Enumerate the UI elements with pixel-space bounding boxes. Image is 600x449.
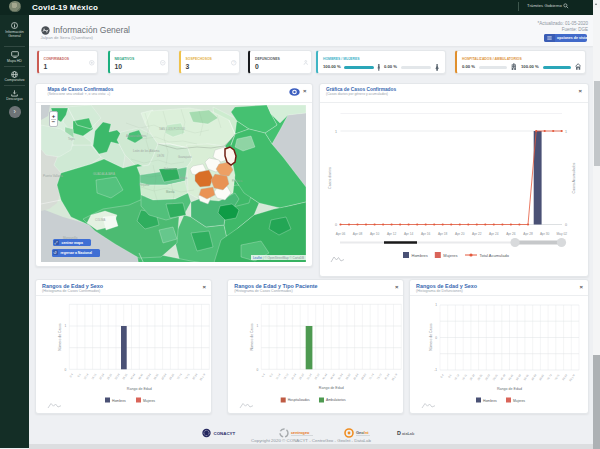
svg-text:45-49: 45-49 [507, 373, 514, 381]
svg-text:ataLab: ataLab [402, 431, 415, 435]
svg-text:Apr 22: Apr 22 [472, 232, 482, 236]
svg-text:Casos Acumulados: Casos Acumulados [572, 162, 576, 193]
svg-text:Apr 08: Apr 08 [353, 232, 363, 236]
svg-text:30-34: 30-34 [114, 372, 121, 380]
svg-text:20-24: 20-24 [469, 373, 476, 381]
svg-text:20-24: 20-24 [290, 372, 297, 380]
svg-text:SAN LUIS POTOSÍ: SAN LUIS POTOSÍ [159, 127, 185, 131]
svg-text:May 02: May 02 [556, 232, 567, 236]
svg-text:Mujeres: Mujeres [443, 252, 457, 257]
svg-text:Apr 18: Apr 18 [438, 232, 448, 236]
svg-text:Mujeres: Mujeres [513, 399, 525, 403]
svg-text:50-54: 50-54 [515, 373, 522, 381]
svg-text:León de los Aldama: León de los Aldama [133, 149, 160, 153]
svg-text:Mujeres: Mujeres [143, 399, 155, 403]
svg-text:Apr 24: Apr 24 [489, 232, 499, 236]
svg-text:Apr 14: Apr 14 [404, 232, 414, 236]
svg-text:75-79: 75-79 [376, 372, 383, 380]
svg-text:70-74: 70-74 [546, 373, 553, 381]
svg-text:0: 0 [335, 223, 337, 227]
svg-text:Apr 06: Apr 06 [336, 232, 346, 236]
svg-text:Rango de Edad: Rango de Edad [319, 386, 344, 390]
svg-text:60-64: 60-64 [353, 372, 360, 380]
svg-text:10-14: 10-14 [275, 372, 282, 380]
svg-text:CONACYT: CONACYT [214, 431, 236, 436]
svg-text:Hombres: Hombres [483, 399, 497, 403]
svg-text:80-84: 80-84 [561, 373, 568, 381]
svg-text:55-59: 55-59 [523, 373, 530, 381]
svg-text:60-64: 60-64 [160, 372, 167, 380]
svg-text:Número de Casos: Número de Casos [250, 323, 254, 351]
svg-text:Rango de Edad: Rango de Edad [127, 387, 152, 391]
svg-text:Número de Casos: Número de Casos [58, 323, 62, 351]
svg-text:Rango de Edad: Rango de Edad [497, 387, 522, 391]
svg-text:Total Acumulado: Total Acumulado [480, 252, 510, 257]
svg-text:Apr 16: Apr 16 [421, 232, 431, 236]
svg-text:35-39: 35-39 [492, 373, 499, 381]
svg-text:Apr 10: Apr 10 [370, 232, 380, 236]
svg-text:25-29: 25-29 [476, 373, 483, 381]
svg-text:35-39: 35-39 [314, 372, 321, 380]
svg-text:Apr 28: Apr 28 [523, 232, 533, 236]
svg-text:Apr 26: Apr 26 [506, 232, 516, 236]
svg-text:Pénjamo: Pénjamo [139, 183, 150, 187]
svg-text:1: 1 [565, 129, 567, 133]
svg-text:GeoInt: GeoInt [356, 430, 369, 435]
svg-text:55-59: 55-59 [345, 372, 352, 380]
svg-text:0-4: 0-4 [69, 372, 75, 378]
svg-text:-1: -1 [434, 368, 437, 372]
svg-text:Apr 12: Apr 12 [387, 232, 397, 236]
svg-text:0: 0 [65, 368, 67, 372]
svg-text:50-54: 50-54 [145, 372, 152, 380]
svg-text:Casos diarios: Casos diarios [328, 166, 332, 188]
svg-text:0: 0 [565, 223, 567, 227]
svg-text:Salamanca: Salamanca [164, 167, 178, 171]
svg-text:15-19: 15-19 [283, 372, 290, 380]
svg-text:35-39: 35-39 [121, 372, 128, 380]
svg-text:55-59: 55-59 [152, 372, 159, 380]
svg-text:80-84: 80-84 [384, 372, 391, 380]
svg-text:65-69: 65-69 [538, 373, 545, 381]
svg-text:Apr 20: Apr 20 [455, 232, 465, 236]
svg-text:10-14: 10-14 [82, 372, 89, 380]
svg-text:1: 1 [435, 303, 437, 307]
svg-text:0: 0 [257, 368, 259, 372]
svg-text:75-79: 75-79 [553, 373, 560, 381]
svg-text:1: 1 [65, 324, 67, 328]
svg-text:40-44: 40-44 [129, 372, 136, 380]
svg-text:80-84: 80-84 [191, 372, 198, 380]
svg-text:65-69: 65-69 [168, 372, 175, 380]
svg-text:Ambulatorios: Ambulatorios [326, 398, 346, 402]
svg-text:15-19: 15-19 [90, 372, 97, 380]
svg-text:1: 1 [257, 324, 259, 328]
svg-text:D: D [397, 430, 401, 436]
svg-text:10-14: 10-14 [453, 373, 460, 381]
svg-text:5-9: 5-9 [269, 372, 275, 378]
svg-text:25-29: 25-29 [298, 372, 305, 380]
svg-text:GUADALAJARA: GUADALAJARA [93, 172, 115, 176]
svg-text:60-64: 60-64 [530, 373, 537, 381]
svg-text:85 y M: 85 y M [391, 373, 399, 382]
svg-text:70-74: 70-74 [368, 372, 375, 380]
svg-text:Guanajuato: Guanajuato [178, 155, 192, 159]
svg-text:centrogeo: centrogeo [291, 431, 310, 435]
svg-text:Hombres: Hombres [412, 252, 428, 257]
svg-text:40-44: 40-44 [499, 373, 506, 381]
svg-text:Aguascalientes: Aguascalientes [126, 134, 147, 138]
svg-text:5-9: 5-9 [76, 372, 82, 378]
svg-text:Hospitalizados: Hospitalizados [288, 398, 310, 402]
svg-text:0-4: 0-4 [261, 372, 267, 378]
svg-text:Celaya: Celaya [179, 176, 188, 180]
svg-text:40-44: 40-44 [321, 372, 328, 380]
svg-text:70-74: 70-74 [176, 372, 183, 380]
svg-text:85 y M: 85 y M [568, 373, 576, 382]
svg-text:45-49: 45-49 [329, 372, 336, 380]
svg-text:30-34: 30-34 [306, 372, 313, 380]
svg-text:50-54: 50-54 [337, 372, 344, 380]
svg-text:1: 1 [335, 129, 337, 133]
svg-text:Número de Casos: Número de Casos [429, 323, 433, 351]
svg-text:45-49: 45-49 [137, 372, 144, 380]
svg-text:?: ? [233, 61, 235, 65]
svg-text:85 y M: 85 y M [198, 373, 206, 382]
svg-text:Apr 30: Apr 30 [540, 232, 550, 236]
